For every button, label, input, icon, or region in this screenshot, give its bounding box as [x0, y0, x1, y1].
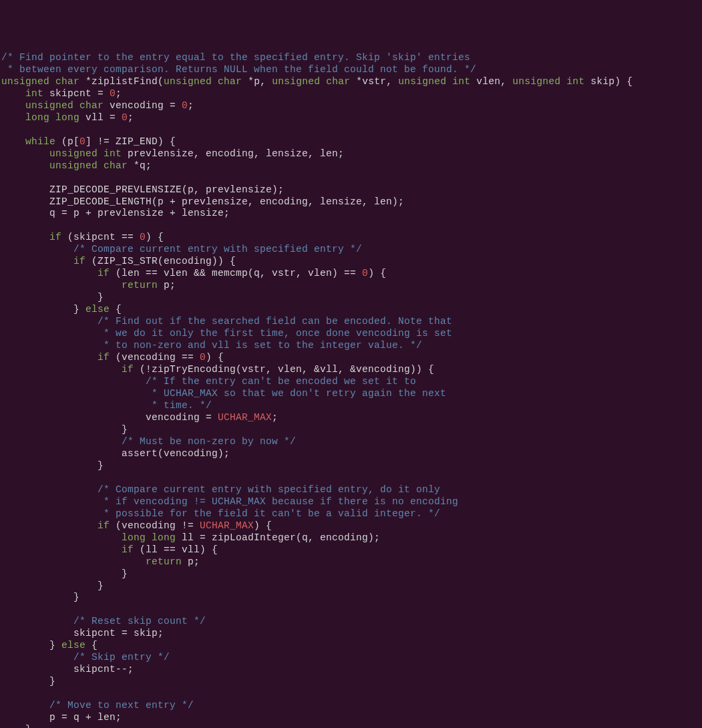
code-token: /* Move to next entry */	[49, 700, 194, 711]
code-line: } else {	[1, 640, 701, 652]
code-token: unsigned	[272, 76, 320, 87]
code-token: skipcnt =	[43, 88, 110, 99]
code-token	[1, 520, 98, 531]
code-block: /* Find pointer to the entry equal to th…	[1, 52, 701, 728]
code-token	[560, 76, 566, 87]
code-line	[1, 220, 701, 232]
code-token	[1, 280, 122, 291]
code-token: (vencoding ==	[110, 352, 200, 363]
code-token	[1, 544, 122, 555]
code-token: long	[55, 112, 79, 123]
code-token: if	[98, 520, 110, 531]
code-line: }	[1, 424, 701, 436]
code-token: * if vencoding != UCHAR_MAX because if t…	[1, 496, 458, 507]
code-line	[1, 688, 701, 700]
code-token: }	[1, 592, 79, 602]
code-token: }	[1, 304, 85, 315]
code-line: } else {	[1, 304, 701, 316]
code-line: }	[1, 592, 701, 604]
code-line: q = p + prevlensize + lensize;	[1, 208, 701, 220]
code-token: UCHAR_MAX	[200, 520, 254, 531]
code-token: ;	[188, 100, 194, 111]
code-line: * between every comparison. Returns NULL…	[1, 64, 701, 76]
code-token	[1, 484, 98, 495]
code-token: if	[98, 352, 110, 363]
code-line: long long ll = zipLoadInteger(q, encodin…	[1, 532, 701, 544]
code-token: (vencoding !=	[110, 520, 200, 531]
code-token: }	[1, 676, 55, 687]
code-line: /* Must be non-zero by now */	[1, 436, 701, 448]
code-token	[1, 616, 73, 626]
code-token	[146, 532, 152, 543]
code-line: /* Find pointer to the entry equal to th…	[1, 52, 701, 64]
code-token: 0	[362, 268, 368, 279]
code-line: assert(vencoding);	[1, 448, 701, 460]
code-token: p = q + len;	[1, 712, 122, 723]
code-token: q = p + prevlensize + lensize;	[1, 208, 230, 218]
code-token	[49, 112, 55, 123]
code-token: (p[	[55, 136, 79, 147]
code-token: (!zipTryEncoding(vstr, vlen, &vll, &venc…	[134, 364, 434, 375]
code-token: }	[1, 724, 31, 728]
code-line	[1, 124, 701, 136]
code-token: ;	[272, 412, 278, 423]
code-token: else	[61, 640, 85, 651]
code-token: long	[25, 112, 49, 123]
code-token: /* Reset skip count */	[73, 616, 206, 626]
code-token: return	[146, 556, 182, 567]
code-token: unsigned	[49, 160, 98, 171]
code-token: *vstr,	[350, 76, 398, 87]
code-token	[1, 376, 146, 387]
code-token: if	[122, 544, 134, 555]
code-token: skip) {	[584, 76, 633, 87]
code-line: /* Compare current entry with specified …	[1, 244, 701, 256]
code-token: * time. */	[1, 400, 212, 411]
code-line: if (vencoding != UCHAR_MAX) {	[1, 520, 701, 532]
code-line: * if vencoding != UCHAR_MAX because if t…	[1, 496, 701, 508]
code-token: char	[55, 76, 79, 87]
code-token: 0	[122, 112, 128, 123]
code-token	[1, 100, 25, 111]
code-token: vencoding =	[1, 412, 218, 423]
code-token: ) {	[368, 268, 386, 279]
code-token: char	[104, 160, 128, 171]
code-token: }	[1, 424, 128, 435]
code-line	[1, 172, 701, 184]
code-token: long	[122, 532, 146, 543]
code-token: {	[110, 304, 122, 315]
code-line: skipcnt = skip;	[1, 628, 701, 640]
code-line: unsigned char *ziplistFind(unsigned char…	[1, 76, 701, 88]
code-token: (ZIP_IS_STR(encoding)) {	[85, 256, 236, 266]
code-token: vlen,	[470, 76, 512, 87]
code-token: char	[218, 76, 242, 87]
code-token: /* Compare current entry with specified …	[98, 484, 440, 495]
code-token: ZIP_DECODE_PREVLENSIZE(p, prevlensize);	[1, 184, 284, 195]
code-token: if	[98, 268, 110, 279]
code-token: else	[85, 304, 110, 315]
code-line: /* Reset skip count */	[1, 616, 701, 628]
code-line: ZIP_DECODE_PREVLENSIZE(p, prevlensize);	[1, 184, 701, 196]
code-line: unsigned int prevlensize, encoding, lens…	[1, 148, 701, 160]
code-token: *ziplistFind(	[79, 76, 164, 87]
code-token: if	[49, 232, 61, 242]
code-token: /* Compare current entry with specified …	[73, 244, 362, 254]
code-token	[446, 76, 452, 87]
code-token: ll = zipLoadInteger(q, encoding);	[176, 532, 380, 543]
code-line: * possible for the field it can't be a v…	[1, 508, 701, 520]
code-token: {	[85, 640, 98, 651]
code-line: /* Move to next entry */	[1, 700, 701, 712]
code-token: * we do it only the first time, once don…	[1, 328, 452, 339]
code-line: }	[1, 724, 701, 728]
code-token: unsigned	[49, 148, 98, 159]
code-token: }	[1, 580, 104, 591]
code-token: (ll == vll) {	[134, 544, 218, 555]
code-line: }	[1, 568, 701, 580]
code-token	[1, 556, 146, 567]
code-token: }	[1, 460, 104, 471]
code-token: (skipcnt ==	[61, 232, 140, 242]
code-token: skipcnt--;	[1, 664, 134, 675]
code-token: /* Find pointer to the entry equal to th…	[1, 52, 470, 63]
code-token: ) {	[206, 352, 224, 363]
code-line: return p;	[1, 556, 701, 568]
code-token	[1, 352, 98, 363]
